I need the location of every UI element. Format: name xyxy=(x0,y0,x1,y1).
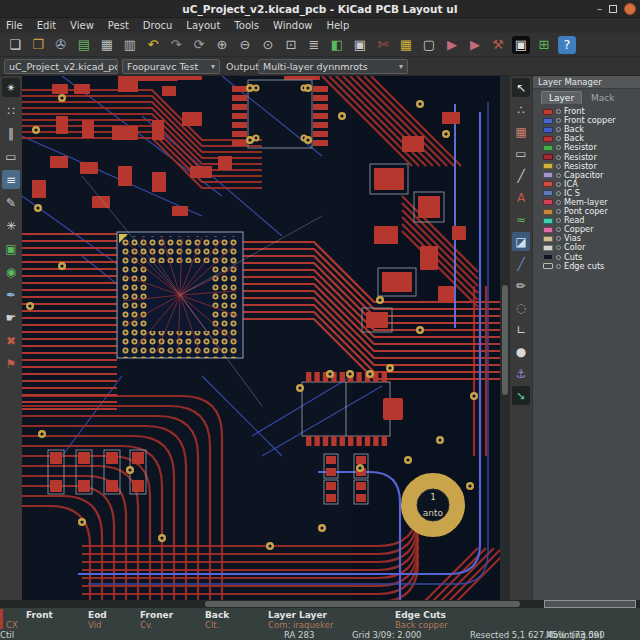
save-icon[interactable]: ✇ xyxy=(52,36,70,54)
test-select[interactable]: Foopuravc Test ▾ xyxy=(122,59,220,74)
layer-color-swatch[interactable] xyxy=(543,218,553,224)
redo-icon[interactable]: ↷ xyxy=(167,36,185,54)
layer-radio[interactable] xyxy=(556,127,561,132)
layer-row[interactable]: Front copper xyxy=(543,116,640,125)
zoom-out-icon[interactable]: ⊖ xyxy=(236,36,254,54)
menu-item[interactable]: View xyxy=(70,20,94,31)
layer-color-swatch[interactable] xyxy=(543,209,553,215)
layer-row[interactable]: Color xyxy=(543,243,640,252)
layer-color-swatch[interactable] xyxy=(543,109,553,115)
layer-color-swatch[interactable] xyxy=(543,245,553,251)
menu-item[interactable]: Help xyxy=(326,20,349,31)
layer-color-swatch[interactable] xyxy=(543,190,553,196)
vertical-scrollbar-handle[interactable] xyxy=(502,285,508,395)
footprint-pair-icon[interactable]: ◧ xyxy=(328,36,346,54)
cursor-tool-icon[interactable]: ↖ xyxy=(512,78,530,97)
text-tool-icon[interactable]: A xyxy=(512,188,530,207)
menu-item[interactable]: Layout xyxy=(186,20,220,31)
layer-color-swatch[interactable] xyxy=(543,136,553,142)
layer-color-swatch[interactable] xyxy=(543,154,553,160)
zoom-in-icon[interactable]: ⊕ xyxy=(213,36,231,54)
anchor-tool-icon[interactable]: ⚓ xyxy=(512,364,530,383)
flag-tool-icon[interactable]: ⚑ xyxy=(2,354,20,373)
route-tool-icon[interactable]: ✄ xyxy=(374,36,392,54)
pcb-canvas[interactable]: 1 anto xyxy=(22,76,500,600)
ruler-icon[interactable]: ▭ xyxy=(2,147,20,166)
dimension-icon[interactable]: ≈ xyxy=(512,210,530,229)
layer-radio[interactable] xyxy=(556,236,561,241)
layer-radio[interactable] xyxy=(556,218,561,223)
frame-tool-icon[interactable]: ▣ xyxy=(2,239,20,258)
delete-tool-icon[interactable]: ✖ xyxy=(2,331,20,350)
layer-color-swatch[interactable] xyxy=(543,163,553,169)
open-board-icon[interactable]: ❐ xyxy=(29,36,47,54)
layer-radio[interactable] xyxy=(556,209,561,214)
layer-color-swatch[interactable] xyxy=(543,199,553,205)
layer-row[interactable]: Capacitor xyxy=(543,171,640,180)
sheet-settings-icon[interactable]: ▤ xyxy=(75,36,93,54)
print-icon[interactable]: ▦ xyxy=(98,36,116,54)
ink-pen-icon[interactable]: ✒ xyxy=(2,285,20,304)
layer-color-swatch[interactable] xyxy=(543,145,553,151)
minimize-button[interactable]: – xyxy=(597,4,602,14)
selection-frame-icon[interactable]: ▢ xyxy=(420,36,438,54)
output-select[interactable]: Multi-layer dynnmrots ▾ xyxy=(258,59,408,74)
layer-radio[interactable] xyxy=(556,200,561,205)
layer-color-swatch[interactable] xyxy=(543,181,553,187)
layer-radio[interactable] xyxy=(556,191,561,196)
zoom-selection-icon[interactable]: ⊡ xyxy=(282,36,300,54)
menu-item[interactable]: File xyxy=(6,20,23,31)
layer-radio[interactable] xyxy=(556,164,561,169)
plot-icon[interactable]: ▥ xyxy=(121,36,139,54)
zoom-fit-icon[interactable]: ⊙ xyxy=(259,36,277,54)
refresh-icon[interactable]: ⟳ xyxy=(190,36,208,54)
high-contrast-icon[interactable]: ▣ xyxy=(512,36,530,54)
layer-radio[interactable] xyxy=(556,227,561,232)
layer-radio[interactable] xyxy=(556,255,561,260)
pencil-icon[interactable]: ✏ xyxy=(512,276,530,295)
point-tool-icon[interactable]: ● xyxy=(512,342,530,361)
draw-pen-icon[interactable]: ✎ xyxy=(2,193,20,212)
menu-item[interactable]: Edit xyxy=(37,20,56,31)
menu-item[interactable]: Tools xyxy=(234,20,259,31)
layer-radio[interactable] xyxy=(556,245,561,250)
calculator-icon[interactable]: ⊞ xyxy=(535,36,553,54)
route-diag-icon[interactable]: ➘ xyxy=(512,386,530,405)
layer-radio[interactable] xyxy=(556,118,561,123)
layer-row[interactable]: Edge cuts xyxy=(543,262,640,271)
undo-icon[interactable]: ↶ xyxy=(144,36,162,54)
menu-item[interactable]: Drocu xyxy=(143,20,173,31)
ratsnest-icon[interactable]: ∴ xyxy=(512,100,530,119)
tab-layer[interactable]: Layer xyxy=(541,91,582,104)
line-tool-icon[interactable]: ╱ xyxy=(512,166,530,185)
maximize-button[interactable] xyxy=(609,5,617,13)
layer-color-swatch[interactable] xyxy=(543,172,553,178)
menu-item[interactable]: Window xyxy=(273,20,312,31)
layer-radio[interactable] xyxy=(556,182,561,187)
hierarchy-icon[interactable]: ≣ xyxy=(305,36,323,54)
horizontal-scrollbar-handle[interactable] xyxy=(205,601,520,607)
dot-tool-icon[interactable]: ◉ xyxy=(2,262,20,281)
tab-mack[interactable]: Mack xyxy=(584,92,621,104)
footprint-icon[interactable]: ▦ xyxy=(512,122,530,141)
layer-radio[interactable] xyxy=(556,136,561,141)
star-tool-icon[interactable]: ✳ xyxy=(2,216,20,235)
layer-radio[interactable] xyxy=(556,145,561,150)
pointer-hand-icon[interactable]: ☛ xyxy=(2,308,20,327)
run-fabrication-icon[interactable]: ▶ xyxy=(443,36,461,54)
layer-row[interactable]: Pont coper xyxy=(543,207,640,216)
net-table-icon[interactable]: ▦ xyxy=(397,36,415,54)
layer-radio[interactable] xyxy=(556,109,561,114)
corner-tool-icon[interactable]: ∟ xyxy=(512,320,530,339)
layer-color-swatch[interactable] xyxy=(543,227,553,233)
layer-color-swatch[interactable] xyxy=(543,236,553,242)
pad-tool-icon[interactable]: ▣ xyxy=(351,36,369,54)
layer-row[interactable]: Vias xyxy=(543,234,640,243)
circle-tool-icon[interactable]: ◌ xyxy=(512,298,530,317)
layer-row[interactable]: ICA xyxy=(543,180,640,189)
rect-select-icon[interactable]: ▭ xyxy=(512,144,530,163)
grid-dots-icon[interactable]: ∷ xyxy=(2,101,20,120)
zone-fill-icon[interactable]: ◪ xyxy=(512,232,530,251)
close-button[interactable] xyxy=(624,3,636,15)
board-file-select[interactable]: uC_Project_v2.kicad_pcb ▾ xyxy=(4,59,118,74)
